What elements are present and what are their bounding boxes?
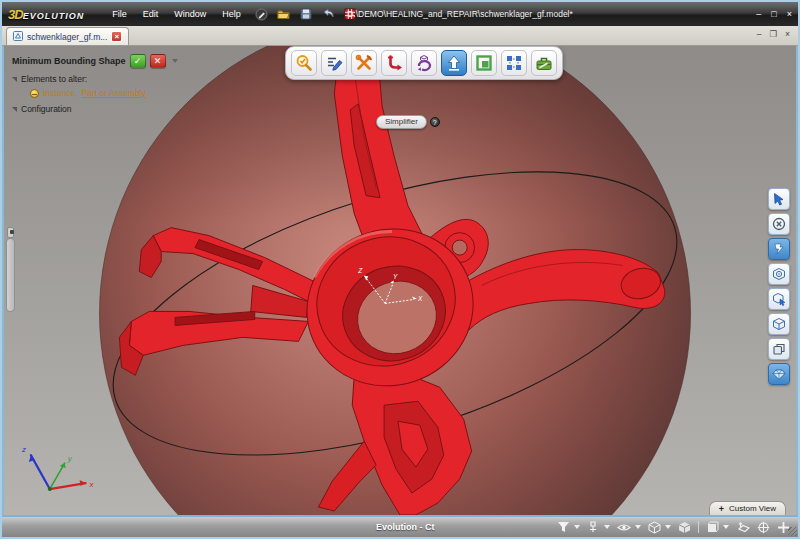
- elements-expander-icon[interactable]: [12, 77, 17, 82]
- clip-slider-knob[interactable]: [7, 227, 14, 238]
- tab-close-icon[interactable]: ×: [111, 31, 122, 42]
- layers-icon: [772, 342, 786, 356]
- clean-tool-button[interactable]: [768, 238, 790, 260]
- view-cube-face-icon: [772, 267, 786, 281]
- simplifier-button[interactable]: [441, 50, 467, 76]
- document-tab[interactable]: schwenklager_gf.m... ×: [6, 27, 129, 45]
- tooltip-label: Simplifier: [376, 115, 427, 129]
- batch-process-icon: [505, 54, 523, 72]
- deselect-button[interactable]: [768, 213, 790, 235]
- material-render-button[interactable]: [768, 363, 790, 385]
- select-cursor-icon: [772, 192, 786, 206]
- minimize-button[interactable]: –: [756, 9, 761, 19]
- view-cube-iso-icon: [772, 317, 786, 331]
- filter-dropdown-icon[interactable]: [574, 525, 580, 529]
- logo-evolution: EVOLUTION: [23, 11, 85, 21]
- layers-button[interactable]: [768, 338, 790, 360]
- instance-sphere-icon: [30, 89, 39, 98]
- pin-icon[interactable]: [587, 521, 600, 533]
- healing-export-icon: [385, 54, 403, 72]
- pin-dropdown-icon[interactable]: [604, 525, 610, 529]
- defeaturing-icon: [475, 54, 493, 72]
- apply-check-button[interactable]: ✓: [130, 54, 146, 68]
- bounding-box-icon[interactable]: [706, 521, 719, 534]
- menu-help[interactable]: Help: [222, 9, 241, 19]
- elements-section-label: Elements to alter:: [21, 74, 87, 84]
- material-render-icon: [772, 367, 786, 381]
- menu-edit[interactable]: Edit: [143, 9, 159, 19]
- healing-export-button[interactable]: [381, 50, 407, 76]
- select-cursor-button[interactable]: [768, 188, 790, 210]
- statusbar-icons: [557, 521, 790, 534]
- world-axis-z-label: z: [21, 445, 26, 454]
- view-cube-face-button[interactable]: [768, 263, 790, 285]
- add-view-icon[interactable]: +: [719, 504, 724, 514]
- deselect-icon: [772, 217, 786, 231]
- compare-refresh-button[interactable]: [411, 50, 437, 76]
- world-axis-y-label: y: [67, 454, 73, 463]
- save-icon[interactable]: [300, 8, 312, 20]
- edit-parameters-icon: [325, 54, 343, 72]
- tooltip-help-icon[interactable]: ?: [430, 117, 440, 127]
- resize-grip[interactable]: [788, 527, 797, 536]
- part-or-assembly-link[interactable]: Part or Assembly: [82, 88, 146, 98]
- batch-process-button[interactable]: [501, 50, 527, 76]
- toolbox-button[interactable]: [531, 50, 557, 76]
- maximize-button[interactable]: □: [771, 9, 776, 19]
- render-dropdown-icon[interactable]: [665, 525, 671, 529]
- model-tab-icon: [13, 31, 23, 43]
- close-button[interactable]: ×: [787, 9, 792, 19]
- view-cube-pick-icon: [772, 292, 786, 306]
- statusbar: Evolution - Ct: [2, 515, 798, 537]
- undo-icon[interactable]: [321, 8, 335, 20]
- mdi-window-controls: – ❐ ×: [757, 29, 790, 39]
- clip-slider[interactable]: [6, 238, 15, 312]
- analyzer-button[interactable]: [291, 50, 317, 76]
- mdi-restore-button[interactable]: ❐: [769, 29, 777, 39]
- selection-toolbar: [768, 188, 790, 385]
- origin-target-icon[interactable]: [757, 521, 770, 534]
- configuration-expander-icon[interactable]: [12, 107, 17, 112]
- defeaturing-button[interactable]: [471, 50, 497, 76]
- document-tabbar: schwenklager_gf.m... × – ❐ ×: [2, 26, 798, 46]
- menu-window[interactable]: Window: [174, 9, 206, 19]
- wireframe-cube-icon[interactable]: [648, 521, 661, 534]
- edit-parameters-button[interactable]: [321, 50, 347, 76]
- repair-tools-button[interactable]: [351, 50, 377, 76]
- repair-tools-icon: [355, 54, 373, 72]
- solid-cube-icon[interactable]: [678, 521, 691, 534]
- compare-refresh-icon: [415, 54, 433, 72]
- menu-file[interactable]: File: [112, 9, 127, 19]
- cancel-x-button[interactable]: ✕: [150, 54, 166, 68]
- filter-icon[interactable]: [557, 521, 570, 533]
- view-cube-pick-button[interactable]: [768, 288, 790, 310]
- clean-tool-icon: [772, 242, 786, 256]
- view-cube-iso-button[interactable]: [768, 313, 790, 335]
- menubar: File Edit Window Help: [112, 9, 241, 19]
- custom-view-tab[interactable]: + Custom View: [709, 501, 786, 515]
- visibility-eye-icon[interactable]: [617, 522, 631, 533]
- main-toolbar: [285, 46, 563, 80]
- open-folder-icon[interactable]: [277, 8, 291, 20]
- mdi-minimize-button[interactable]: –: [757, 29, 762, 39]
- titlebar: 3D EVOLUTION File Edit Window Help D:\DE…: [2, 2, 798, 26]
- window-controls: – □ ×: [756, 9, 792, 19]
- simplifier-tooltip: Simplifier ?: [376, 115, 440, 129]
- statusbar-separator: [698, 521, 699, 533]
- toolbox-icon: [535, 54, 553, 72]
- mdi-close-button[interactable]: ×: [785, 29, 790, 39]
- box-dropdown-icon[interactable]: [723, 525, 729, 529]
- panel-title: Minimum Bounding Shape: [12, 56, 126, 66]
- custom-view-label: Custom View: [729, 504, 776, 513]
- clip-plane-icon[interactable]: [736, 521, 750, 533]
- app-window: 3D EVOLUTION File Edit Window Help D:\DE…: [0, 0, 800, 539]
- bounding-shape-panel: Minimum Bounding Shape ✓ ✕ Elements to a…: [12, 54, 242, 114]
- panel-options-caret-icon[interactable]: [172, 59, 178, 63]
- app-logo: 3D EVOLUTION: [8, 7, 84, 22]
- center-axis-y-label: Y: [393, 273, 398, 280]
- center-axis-x-label: X: [417, 295, 423, 302]
- visibility-dropdown-icon[interactable]: [635, 525, 641, 529]
- viewport-3d[interactable]: Z Y X z y x Minimum Bou: [2, 46, 798, 515]
- materials-table-icon[interactable]: [344, 8, 356, 20]
- annotate-icon[interactable]: [255, 8, 268, 21]
